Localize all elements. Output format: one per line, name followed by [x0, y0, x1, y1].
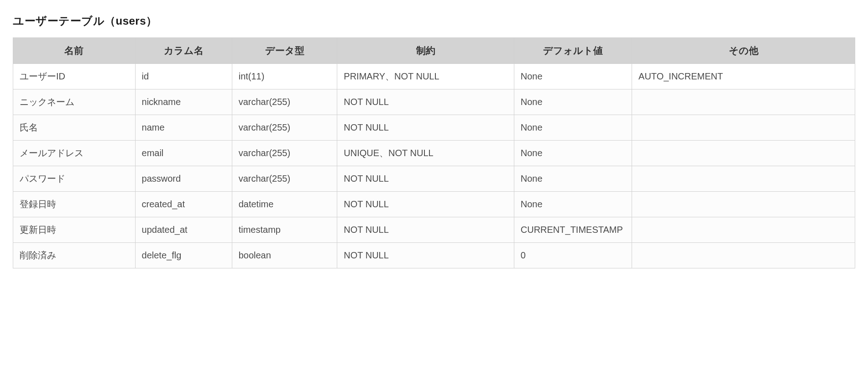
cell-type: varchar(255)	[232, 89, 337, 115]
cell-column: id	[135, 64, 232, 89]
header-default: デフォルト値	[514, 38, 632, 64]
cell-constraint: PRIMARY、NOT NULL	[337, 64, 514, 89]
table-row: メールアドレス email varchar(255) UNIQUE、NOT NU…	[13, 141, 855, 166]
cell-default: CURRENT_TIMESTAMP	[514, 217, 632, 243]
table-header-row: 名前 カラム名 データ型 制約 デフォルト値 その他	[13, 38, 855, 64]
cell-column: name	[135, 115, 232, 141]
table-row: ユーザーID id int(11) PRIMARY、NOT NULL None …	[13, 64, 855, 89]
table-row: 削除済み delete_flg boolean NOT NULL 0	[13, 243, 855, 268]
cell-default: None	[514, 192, 632, 217]
cell-constraint: NOT NULL	[337, 217, 514, 243]
cell-type: datetime	[232, 192, 337, 217]
header-type: データ型	[232, 38, 337, 64]
header-constraint: 制約	[337, 38, 514, 64]
cell-other	[632, 166, 855, 192]
cell-type: boolean	[232, 243, 337, 268]
cell-constraint: NOT NULL	[337, 166, 514, 192]
users-table: 名前 カラム名 データ型 制約 デフォルト値 その他 ユーザーID id int…	[13, 37, 855, 268]
cell-default: None	[514, 64, 632, 89]
cell-other	[632, 192, 855, 217]
cell-type: varchar(255)	[232, 141, 337, 166]
header-name: 名前	[13, 38, 136, 64]
cell-name: ニックネーム	[13, 89, 136, 115]
table-title: ユーザーテーブル（users）	[13, 14, 855, 28]
table-row: ニックネーム nickname varchar(255) NOT NULL No…	[13, 89, 855, 115]
cell-other: AUTO_INCREMENT	[632, 64, 855, 89]
header-column: カラム名	[135, 38, 232, 64]
cell-constraint: NOT NULL	[337, 89, 514, 115]
header-other: その他	[632, 38, 855, 64]
cell-default: None	[514, 89, 632, 115]
cell-other	[632, 89, 855, 115]
cell-other	[632, 141, 855, 166]
cell-other	[632, 243, 855, 268]
cell-name: ユーザーID	[13, 64, 136, 89]
cell-default: None	[514, 115, 632, 141]
cell-type: timestamp	[232, 217, 337, 243]
table-row: パスワード password varchar(255) NOT NULL Non…	[13, 166, 855, 192]
cell-other	[632, 115, 855, 141]
cell-default: 0	[514, 243, 632, 268]
cell-column: nickname	[135, 89, 232, 115]
cell-default: None	[514, 166, 632, 192]
cell-name: 氏名	[13, 115, 136, 141]
cell-column: updated_at	[135, 217, 232, 243]
cell-column: created_at	[135, 192, 232, 217]
cell-column: delete_flg	[135, 243, 232, 268]
cell-constraint: UNIQUE、NOT NULL	[337, 141, 514, 166]
cell-name: メールアドレス	[13, 141, 136, 166]
cell-type: varchar(255)	[232, 166, 337, 192]
cell-column: password	[135, 166, 232, 192]
cell-constraint: NOT NULL	[337, 192, 514, 217]
cell-name: 削除済み	[13, 243, 136, 268]
table-row: 登録日時 created_at datetime NOT NULL None	[13, 192, 855, 217]
cell-type: varchar(255)	[232, 115, 337, 141]
cell-constraint: NOT NULL	[337, 243, 514, 268]
cell-name: パスワード	[13, 166, 136, 192]
table-body: ユーザーID id int(11) PRIMARY、NOT NULL None …	[13, 64, 855, 268]
table-row: 更新日時 updated_at timestamp NOT NULL CURRE…	[13, 217, 855, 243]
cell-default: None	[514, 141, 632, 166]
cell-type: int(11)	[232, 64, 337, 89]
cell-name: 登録日時	[13, 192, 136, 217]
cell-constraint: NOT NULL	[337, 115, 514, 141]
cell-name: 更新日時	[13, 217, 136, 243]
table-row: 氏名 name varchar(255) NOT NULL None	[13, 115, 855, 141]
cell-column: email	[135, 141, 232, 166]
cell-other	[632, 217, 855, 243]
